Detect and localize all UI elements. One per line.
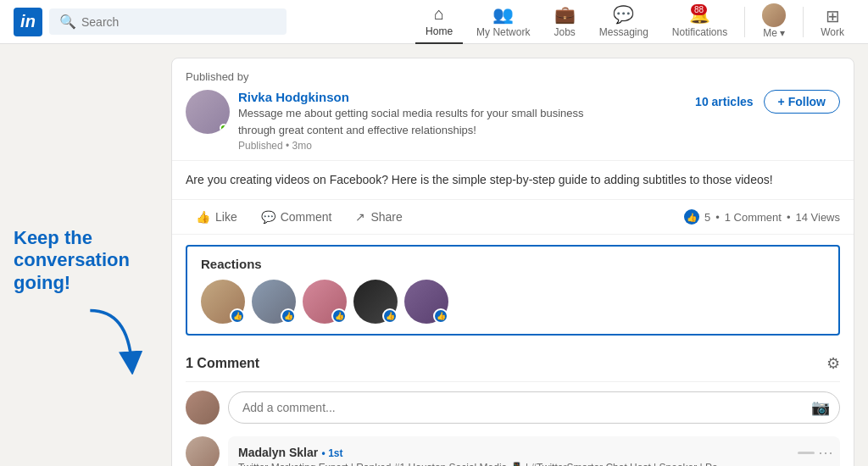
search-bar[interactable]: 🔍 (49, 8, 287, 35)
share-icon: ↗ (355, 210, 365, 224)
author-row: Rivka Hodgkinson Message me about gettin… (186, 90, 840, 152)
reactions-title: Reactions (201, 257, 825, 271)
comment-bubble: Madalyn Sklar • 1st Twitter Marketing Ex… (228, 436, 840, 466)
author-name[interactable]: Rivka Hodgkinson (238, 90, 687, 104)
nav-item-jobs[interactable]: 💼 Jobs (543, 0, 585, 45)
nav-item-home[interactable]: ⌂ Home (415, 0, 463, 44)
comment-label: Comment (281, 210, 332, 224)
nav-item-notifications[interactable]: 🔔 88 Notifications (662, 0, 737, 45)
jobs-icon: 💼 (554, 4, 576, 25)
commenter-connection: • 1st (322, 447, 343, 459)
comments-count: 1 Comment (725, 211, 782, 224)
nav-divider (744, 7, 745, 37)
home-icon: ⌂ (434, 4, 444, 24)
like-badge-1: 👍 (230, 308, 245, 324)
reaction-avatar-2: 👍 (252, 280, 296, 324)
published-by-section: Published by Rivka Hodgkinson Message me… (172, 58, 854, 161)
articles-follow-group: 10 articles + Follow (695, 90, 840, 114)
nav-item-my-network[interactable]: 👥 My Network (466, 0, 540, 45)
post-actions-row: 👍 Like 💬 Comment ↗ Share 👍 5 • 1 Comment… (172, 200, 854, 235)
reactions-avatars: 👍 👍 👍 👍 👍 (201, 280, 825, 324)
comment-input[interactable] (228, 391, 840, 424)
my-network-icon: 👥 (492, 4, 514, 25)
search-input[interactable] (81, 15, 276, 29)
published-time: Published • 3mo (238, 140, 687, 152)
follow-button[interactable]: + Follow (764, 90, 840, 114)
reaction-avatar-1: 👍 (201, 280, 245, 324)
keep-conversation-text: Keep theconversationgoing! (14, 227, 130, 294)
like-badge-4: 👍 (382, 308, 398, 324)
author-bio-line2: through great content and effective rela… (238, 123, 687, 138)
author-avatar (186, 90, 230, 134)
like-badge-3: 👍 (331, 308, 347, 324)
share-label: Share (370, 210, 402, 224)
author-bio-line1: Message me about getting social media re… (238, 106, 687, 121)
linkedin-logo[interactable]: in (14, 8, 42, 36)
action-buttons: 👍 Like 💬 Comment ↗ Share (186, 203, 413, 230)
nav-notifications-label: Notifications (672, 26, 727, 38)
reaction-avatar-3: 👍 (303, 280, 347, 324)
commenter-name-row: Madalyn Sklar • 1st (238, 445, 830, 460)
comment-more-icon[interactable]: ⋯ (818, 443, 833, 462)
like-button[interactable]: 👍 Like (186, 203, 248, 230)
post-text: Are you creating videos on Facebook? Her… (172, 161, 854, 200)
comment-count-row: 1 Comment ⚙ (186, 346, 840, 382)
nav-item-me[interactable]: Me ▾ (752, 0, 796, 46)
nav-jobs-label: Jobs (554, 26, 575, 38)
reaction-avatar-4: 👍 (353, 280, 398, 324)
comment-icon: 💬 (261, 210, 275, 224)
like-badge-2: 👍 (281, 308, 296, 324)
avatar (762, 3, 786, 27)
notifications-badge: 88 (691, 4, 707, 15)
add-comment-row: 📷 (186, 391, 840, 424)
reaction-avatar-5: 👍 (404, 280, 448, 324)
commenter-title: Twitter Marketing Expert | Ranked #1 Hou… (238, 462, 830, 466)
articles-count[interactable]: 10 articles (695, 95, 754, 108)
like-icon: 👍 (196, 210, 210, 224)
comment-input-wrap: 📷 (228, 391, 840, 424)
like-label: Like (215, 210, 237, 224)
stats-dot2: • (787, 211, 791, 224)
views-count: 14 Views (795, 211, 840, 224)
stats-like-icon: 👍 (684, 209, 699, 225)
left-overlay: Keep theconversationgoing! (14, 58, 158, 466)
messaging-icon: 💬 (613, 4, 634, 25)
work-icon: ⊞ (826, 6, 840, 26)
stats-dot1: • (715, 211, 720, 224)
nav-home-label: Home (426, 25, 453, 37)
author-info: Rivka Hodgkinson Message me about gettin… (238, 90, 687, 152)
commenter-name[interactable]: Madalyn Sklar (238, 446, 318, 459)
post-stats: 👍 5 • 1 Comment • 14 Views (684, 209, 840, 225)
comment-button[interactable]: 💬 Comment (251, 203, 342, 230)
likes-count: 5 (704, 211, 710, 224)
share-button[interactable]: ↗ Share (345, 203, 412, 230)
nav-mynetwork-label: My Network (476, 26, 530, 38)
nav-messaging-label: Messaging (599, 26, 648, 38)
commenter-avatar (186, 436, 220, 466)
navbar: in 🔍 ⌂ Home 👥 My Network 💼 Jobs 💬 Messag… (0, 0, 868, 44)
comment-section: 1 Comment ⚙ 📷 Madalyn Sklar (172, 346, 854, 466)
main-layout: Keep theconversationgoing! Published by (0, 44, 868, 466)
feed-card: Published by Rivka Hodgkinson Message me… (171, 58, 854, 466)
reactions-section: Reactions 👍 👍 👍 👍 (186, 245, 840, 336)
comment-menu-bar (798, 452, 815, 454)
nav-divider-2 (803, 7, 804, 37)
my-avatar (186, 391, 220, 424)
published-by-label: Published by (186, 70, 840, 83)
notifications-icon: 🔔 88 (689, 4, 710, 25)
comment-menu: ⋯ (798, 443, 833, 462)
arrow-icon (79, 307, 147, 374)
camera-icon[interactable]: 📷 (811, 398, 830, 417)
gear-icon[interactable]: ⚙ (826, 354, 840, 373)
comment-body: Madalyn Sklar • 1st Twitter Marketing Ex… (228, 436, 840, 466)
comment-count-label: 1 Comment (186, 356, 259, 371)
like-badge-5: 👍 (433, 308, 448, 324)
online-indicator (220, 124, 228, 132)
nav-item-messaging[interactable]: 💬 Messaging (589, 0, 659, 45)
search-icon: 🔍 (59, 14, 76, 30)
nav-items: ⌂ Home 👥 My Network 💼 Jobs 💬 Messaging 🔔… (415, 0, 854, 46)
nav-item-work[interactable]: ⊞ Work (810, 1, 854, 43)
nav-me-label: Me ▾ (763, 27, 785, 39)
existing-comment: Madalyn Sklar • 1st Twitter Marketing Ex… (186, 436, 840, 466)
nav-work-label: Work (821, 26, 844, 38)
